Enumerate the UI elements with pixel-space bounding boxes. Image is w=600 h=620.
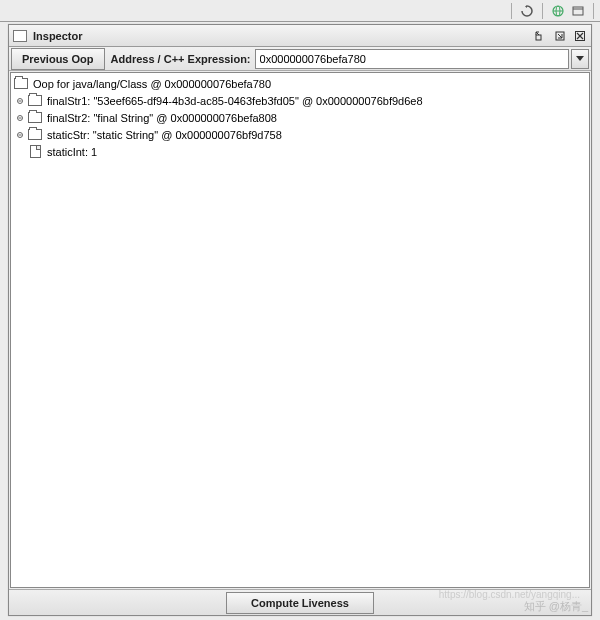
window-icon[interactable]: [571, 4, 585, 18]
globe-icon[interactable]: [551, 4, 565, 18]
window-frame-icon: [13, 30, 27, 42]
tree-node-label: staticStr: "static String" @ 0x000000076…: [47, 129, 282, 141]
maximize-icon[interactable]: [553, 29, 567, 43]
tree-node-label: staticInt: 1: [47, 146, 97, 158]
address-input[interactable]: [255, 49, 569, 69]
tree-child-row[interactable]: finalStr1: "53eef665-df94-4b3d-ac85-0463…: [11, 92, 589, 109]
tree-node-label: Oop for java/lang/Class @ 0x000000076bef…: [33, 78, 271, 90]
tree-child-row[interactable]: staticInt: 1: [11, 143, 589, 160]
tree-view[interactable]: Oop for java/lang/Class @ 0x000000076bef…: [10, 72, 590, 588]
toolbar: Previous Oop Address / C++ Expression:: [9, 47, 591, 71]
inspector-window: Inspector Previous Oop Address / C++ Exp…: [8, 24, 592, 616]
svg-rect-5: [536, 35, 541, 40]
address-label: Address / C++ Expression:: [107, 53, 255, 65]
folder-icon: [27, 112, 43, 124]
compute-liveness-button[interactable]: Compute Liveness: [226, 592, 374, 614]
separator: [593, 3, 594, 19]
folder-icon: [27, 129, 43, 141]
tree-child-row[interactable]: staticStr: "static String" @ 0x000000076…: [11, 126, 589, 143]
close-icon[interactable]: [573, 29, 587, 43]
dropdown-button[interactable]: [571, 49, 589, 69]
separator: [511, 3, 512, 19]
parent-toolbar: [0, 0, 600, 22]
expand-toggle-icon[interactable]: [15, 130, 25, 140]
tree-node-label: finalStr1: "53eef665-df94-4b3d-ac85-0463…: [47, 95, 423, 107]
folder-icon: [13, 78, 29, 90]
title-bar: Inspector: [9, 25, 591, 47]
tree-node-label: finalStr2: "final String" @ 0x000000076b…: [47, 112, 277, 124]
expand-toggle-icon[interactable]: [15, 96, 25, 106]
separator: [542, 3, 543, 19]
document-icon: [27, 146, 43, 158]
tree-child-row[interactable]: finalStr2: "final String" @ 0x000000076b…: [11, 109, 589, 126]
folder-icon: [27, 95, 43, 107]
window-title: Inspector: [33, 30, 533, 42]
svg-rect-3: [573, 7, 583, 15]
bottom-bar: Compute Liveness: [9, 589, 591, 615]
previous-oop-button[interactable]: Previous Oop: [11, 48, 105, 70]
refresh-icon[interactable]: [520, 4, 534, 18]
expand-toggle-icon[interactable]: [15, 113, 25, 123]
minimize-icon[interactable]: [533, 29, 547, 43]
tree-root-row[interactable]: Oop for java/lang/Class @ 0x000000076bef…: [11, 75, 589, 92]
